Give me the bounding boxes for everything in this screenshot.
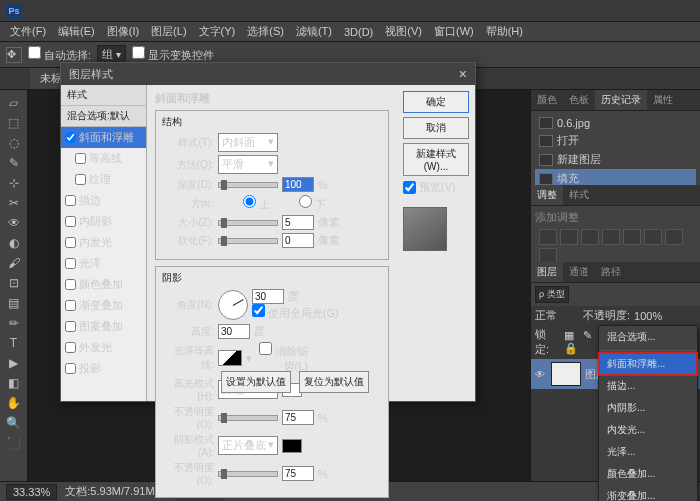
- tool-button[interactable]: ◌: [3, 134, 25, 152]
- show-transform-checkbox[interactable]: 显示变换控件: [132, 46, 214, 63]
- menu-item[interactable]: 图层(L): [145, 24, 192, 39]
- tool-button[interactable]: ✏: [3, 314, 25, 332]
- style-item[interactable]: 等高线: [61, 148, 146, 169]
- context-menu-item[interactable]: 渐变叠加...: [599, 485, 697, 501]
- panel-tab[interactable]: 图层: [531, 262, 563, 282]
- method-dropdown[interactable]: 平滑▾: [218, 155, 278, 174]
- menu-item[interactable]: 编辑(E): [52, 24, 101, 39]
- tool-button[interactable]: ✋: [3, 394, 25, 412]
- highlight-opacity-slider[interactable]: [218, 415, 278, 421]
- ok-button[interactable]: 确定: [403, 91, 469, 113]
- autoselect-checkbox[interactable]: 自动选择:: [28, 46, 91, 63]
- size-input[interactable]: 5: [282, 215, 314, 230]
- menu-item[interactable]: 视图(V): [379, 24, 428, 39]
- shadow-mode-dropdown[interactable]: 正片叠底▾: [218, 436, 278, 455]
- style-item[interactable]: 外发光: [61, 337, 146, 358]
- size-slider[interactable]: [218, 220, 278, 226]
- tool-button[interactable]: ◐: [3, 234, 25, 252]
- menu-item[interactable]: 3D(D): [338, 26, 379, 38]
- style-item[interactable]: 斜面和浮雕: [61, 127, 146, 148]
- panel-tab[interactable]: 通道: [563, 262, 595, 282]
- tool-button[interactable]: ▤: [3, 294, 25, 312]
- gloss-contour[interactable]: [218, 350, 242, 366]
- context-menu-item[interactable]: 斜面和浮雕...: [599, 353, 697, 375]
- panel-tab[interactable]: 色板: [563, 90, 595, 110]
- tool-button[interactable]: T: [3, 334, 25, 352]
- tool-button[interactable]: ⬚: [3, 114, 25, 132]
- tool-button[interactable]: ⬛: [3, 434, 25, 452]
- style-item[interactable]: 渐变叠加: [61, 295, 146, 316]
- soften-input[interactable]: 0: [282, 233, 314, 248]
- style-item[interactable]: 描边: [61, 190, 146, 211]
- adjustment-icon[interactable]: [602, 229, 620, 245]
- menu-item[interactable]: 窗口(W): [428, 24, 480, 39]
- style-item[interactable]: 光泽: [61, 253, 146, 274]
- angle-dial[interactable]: [218, 290, 248, 320]
- style-item[interactable]: 图案叠加: [61, 316, 146, 337]
- blend-mode-dropdown[interactable]: 正常: [535, 308, 579, 323]
- adjustment-icon[interactable]: [644, 229, 662, 245]
- adjustment-icon[interactable]: [623, 229, 641, 245]
- depth-input[interactable]: 100: [282, 177, 314, 192]
- opacity-input[interactable]: 100%: [634, 310, 662, 322]
- dir-up-radio[interactable]: 上: [218, 195, 270, 212]
- layer-filter-dropdown[interactable]: ρ 类型: [535, 286, 569, 303]
- style-dropdown[interactable]: 内斜面▾: [218, 133, 278, 152]
- soften-slider[interactable]: [218, 238, 278, 244]
- tool-button[interactable]: ✎: [3, 154, 25, 172]
- style-item[interactable]: 内阴影: [61, 211, 146, 232]
- styles-header[interactable]: 样式: [61, 85, 146, 106]
- dialog-titlebar[interactable]: 图层样式 ×: [61, 63, 475, 85]
- menu-item[interactable]: 文件(F): [4, 24, 52, 39]
- style-item[interactable]: 颜色叠加: [61, 274, 146, 295]
- tool-button[interactable]: ✂: [3, 194, 25, 212]
- context-menu-item[interactable]: 描边...: [599, 375, 697, 397]
- tool-button[interactable]: 🖌: [3, 254, 25, 272]
- history-item[interactable]: 新建图层: [535, 150, 696, 169]
- zoom-level[interactable]: 33.33%: [6, 484, 57, 500]
- tool-button[interactable]: ▱: [3, 94, 25, 112]
- reset-default-button[interactable]: 复位为默认值: [299, 371, 369, 393]
- new-style-button[interactable]: 新建样式(W)...: [403, 143, 469, 176]
- shadow-opacity-slider[interactable]: [218, 471, 278, 477]
- adjustment-icon[interactable]: [539, 229, 557, 245]
- preview-checkbox[interactable]: 预览(V): [403, 180, 469, 195]
- menu-item[interactable]: 选择(S): [241, 24, 290, 39]
- highlight-opacity-input[interactable]: 75: [282, 410, 314, 425]
- history-item[interactable]: 打开: [535, 131, 696, 150]
- blend-options-header[interactable]: 混合选项:默认: [61, 106, 146, 127]
- adjustment-icon[interactable]: [665, 229, 683, 245]
- context-menu-item[interactable]: 光泽...: [599, 441, 697, 463]
- style-item[interactable]: 内发光: [61, 232, 146, 253]
- shadow-opacity-input[interactable]: 75: [282, 466, 314, 481]
- altitude-input[interactable]: 30: [218, 324, 250, 339]
- adjustment-icon[interactable]: [560, 229, 578, 245]
- angle-input[interactable]: 30: [252, 289, 284, 304]
- panel-tab[interactable]: 样式: [563, 185, 595, 205]
- tool-button[interactable]: ▶: [3, 354, 25, 372]
- context-menu-item[interactable]: 内发光...: [599, 419, 697, 441]
- tool-button[interactable]: 👁: [3, 214, 25, 232]
- shadow-color[interactable]: [282, 439, 302, 453]
- tool-button[interactable]: ⊹: [3, 174, 25, 192]
- tool-button[interactable]: 🔍: [3, 414, 25, 432]
- context-menu-item[interactable]: 颜色叠加...: [599, 463, 697, 485]
- cancel-button[interactable]: 取消: [403, 117, 469, 139]
- menu-item[interactable]: 帮助(H): [480, 24, 529, 39]
- style-item[interactable]: 纹理: [61, 169, 146, 190]
- context-menu-item[interactable]: 内阴影...: [599, 397, 697, 419]
- history-item[interactable]: 0.6.jpg: [535, 115, 696, 131]
- visibility-icon[interactable]: 👁: [535, 369, 547, 380]
- menu-item[interactable]: 文字(Y): [193, 24, 242, 39]
- depth-slider[interactable]: [218, 182, 278, 188]
- antialias-checkbox[interactable]: 消除锯齿(L): [256, 342, 308, 374]
- context-menu-item[interactable]: 混合选项...: [599, 326, 697, 348]
- panel-tab[interactable]: 历史记录: [595, 90, 647, 110]
- menu-item[interactable]: 滤镜(T): [290, 24, 338, 39]
- layer-thumbnail[interactable]: [551, 362, 581, 386]
- menu-item[interactable]: 图像(I): [101, 24, 145, 39]
- global-light-checkbox[interactable]: 使用全局光(G): [252, 308, 339, 319]
- panel-tab[interactable]: 颜色: [531, 90, 563, 110]
- panel-tab[interactable]: 路径: [595, 262, 627, 282]
- adjustment-icon[interactable]: [581, 229, 599, 245]
